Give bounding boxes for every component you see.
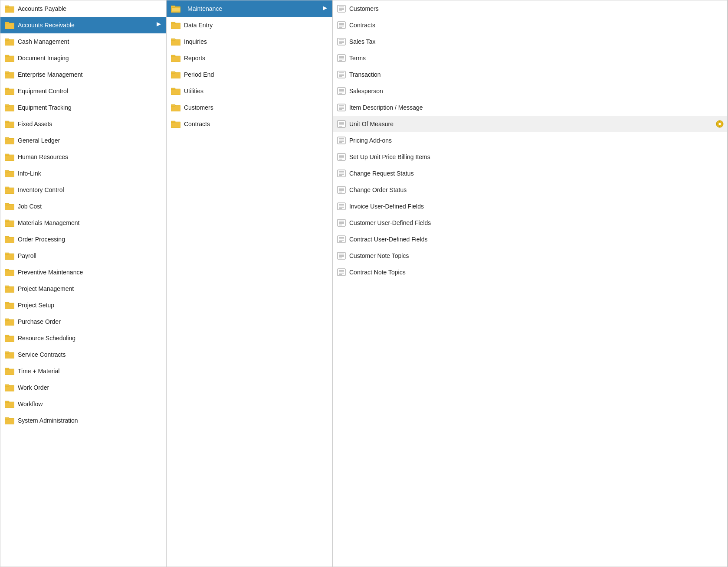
svg-rect-86 [338,55,345,62]
list-item-customer-user-defined-fields[interactable]: Customer User-Defined Fields [333,215,727,231]
sidebar-item-general-ledger[interactable]: General Ledger [0,132,166,149]
sidebar-item-label: Project Setup [18,302,162,309]
menu-item-reports[interactable]: Reports [167,50,332,66]
svg-rect-14 [5,104,9,106]
sidebar-item-workflow[interactable]: Workflow [0,396,166,412]
sidebar-item-equipment-control[interactable]: Equipment Control [0,83,166,99]
sidebar-item-preventive-maintenance[interactable]: Preventive Maintenance [0,264,166,280]
svg-point-112 [718,123,721,125]
folder-icon [5,202,14,210]
svg-rect-106 [338,121,345,127]
list-item-contracts[interactable]: Contracts [333,17,727,33]
list-item-contract-user-defined-fields[interactable]: Contract User-Defined Fields [333,231,727,248]
svg-rect-66 [171,88,175,90]
menu-item-label: Reports [184,55,328,62]
sidebar-item-document-imaging[interactable]: Document Imaging [0,50,166,66]
svg-rect-42 [5,335,9,337]
list-item-customers[interactable]: Customers [333,0,727,17]
list-item-label: Change Request Status [349,170,723,177]
document-icon [337,252,346,260]
sidebar-item-label: Inventory Control [18,186,162,193]
sidebar-item-label: Materials Management [18,219,162,226]
list-item-contract-note-topics[interactable]: Contract Note Topics [333,264,727,280]
svg-rect-30 [5,236,9,238]
column-2-header: Maintenance [167,0,332,17]
folder-icon [171,71,180,78]
list-item-sales-tax[interactable]: Sales Tax [333,33,727,50]
sidebar-item-system-administration[interactable]: System Administration [0,412,166,429]
sidebar-item-label: Equipment Tracking [18,104,162,111]
list-item-item-description-message[interactable]: Item Description / Message [333,99,727,116]
svg-rect-142 [338,219,345,226]
sidebar-item-label: Cash Management [18,38,162,45]
folder-icon [5,334,14,342]
svg-rect-52 [5,417,9,419]
folder-icon [171,54,180,62]
sidebar-item-order-processing[interactable]: Order Processing [0,231,166,248]
menu-item-label: Utilities [184,88,328,94]
list-item-label: Invoice User-Defined Fields [349,203,723,210]
svg-rect-26 [5,203,9,205]
sidebar-item-materials-management[interactable]: Materials Management [0,215,166,231]
sidebar-item-label: Human Resources [18,153,162,160]
folder-icon [5,5,14,13]
folder-icon [5,87,14,95]
folder-icon [5,153,14,161]
sidebar-item-project-management[interactable]: Project Management [0,280,166,297]
column-2: Maintenance Data Entry Inquiries Reports… [167,0,333,567]
sidebar-item-time--material[interactable]: Time + Material [0,363,166,379]
list-item-invoice-user-defined-fields[interactable]: Invoice User-Defined Fields [333,198,727,215]
svg-rect-40 [5,319,9,320]
menu-item-data-entry[interactable]: Data Entry [167,17,332,33]
sidebar-item-equipment-tracking[interactable]: Equipment Tracking [0,99,166,116]
document-icon [337,202,346,210]
document-icon [337,21,346,29]
list-item-transaction[interactable]: Transaction [333,66,727,83]
sidebar-item-job-cost[interactable]: Job Cost [0,198,166,215]
list-item-salesperson[interactable]: Salesperson [333,83,727,99]
sidebar-item-cash-management[interactable]: Cash Management [0,33,166,50]
column-1: Accounts Payable Accounts Receivable Cas… [0,0,167,567]
list-item-label: Pricing Add-ons [349,137,723,144]
sidebar-item-service-contracts[interactable]: Service Contracts [0,346,166,363]
sidebar-item-label: Preventive Maintenance [18,269,162,276]
list-item-label: Contract Note Topics [349,269,723,276]
list-item-customer-note-topics[interactable]: Customer Note Topics [333,248,727,264]
document-icon [337,219,346,227]
svg-rect-34 [5,269,9,271]
sidebar-item-accounts-payable[interactable]: Accounts Payable [0,0,166,17]
sidebar-item-label: Accounts Receivable [18,22,156,29]
list-item-set-up-unit-price-billing-items[interactable]: Set Up Unit Price Billing Items [333,149,727,165]
header-arrow-icon [322,5,328,13]
sidebar-item-work-order[interactable]: Work Order [0,379,166,396]
document-icon [337,169,346,177]
folder-icon [5,351,14,358]
list-item-pricing-add-ons[interactable]: Pricing Add-ons [333,132,727,149]
menu-item-utilities[interactable]: Utilities [167,83,332,99]
folder-icon [5,71,14,78]
list-item-change-request-status[interactable]: Change Request Status [333,165,727,182]
list-item-unit-of-measure[interactable]: Unit Of Measure [333,116,727,132]
sidebar-item-inventory-control[interactable]: Inventory Control [0,182,166,198]
sidebar-item-payroll[interactable]: Payroll [0,248,166,264]
list-item-change-order-status[interactable]: Change Order Status [333,182,727,198]
list-item-terms[interactable]: Terms [333,50,727,66]
svg-rect-152 [338,252,345,259]
sidebar-item-label: General Ledger [18,137,162,144]
menu-item-period-end[interactable]: Period End [167,66,332,83]
menu-item-contracts[interactable]: Contracts [167,116,332,132]
sidebar-item-enterprise-management[interactable]: Enterprise Management [0,66,166,83]
sidebar-item-fixed-assets[interactable]: Fixed Assets [0,116,166,132]
sidebar-item-info-link[interactable]: Info-Link [0,165,166,182]
sidebar-item-human-resources[interactable]: Human Resources [0,149,166,165]
sidebar-item-accounts-receivable[interactable]: Accounts Receivable [0,17,166,33]
svg-rect-8 [5,55,9,57]
menu-item-inquiries[interactable]: Inquiries [167,33,332,50]
folder-icon [5,252,14,260]
sidebar-item-resource-scheduling[interactable]: Resource Scheduling [0,330,166,346]
menu-item-customers[interactable]: Customers [167,99,332,116]
sidebar-item-purchase-order[interactable]: Purchase Order [0,313,166,330]
sidebar-item-project-setup[interactable]: Project Setup [0,297,166,313]
svg-rect-81 [338,38,345,45]
svg-rect-58 [171,22,175,24]
